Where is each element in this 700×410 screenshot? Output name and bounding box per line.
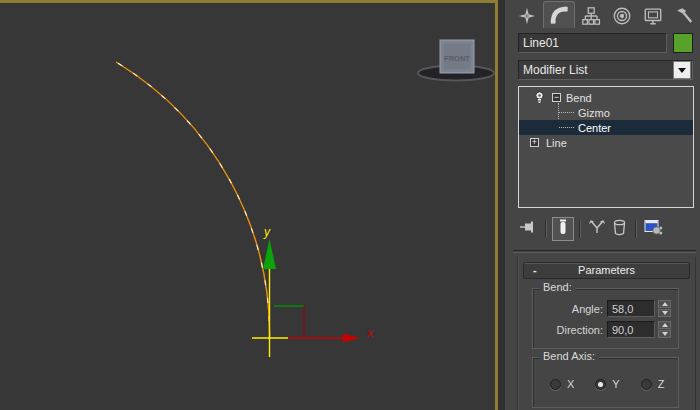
tree-stub — [559, 112, 574, 114]
angle-input[interactable] — [607, 300, 655, 317]
viewcube[interactable]: FRONT — [418, 40, 494, 81]
stack-item-label: Center — [578, 122, 611, 134]
move-gizmo[interactable]: x y — [252, 225, 374, 357]
rollout-title: Parameters — [578, 264, 635, 276]
modifier-list-label: Modifier List — [519, 63, 673, 77]
axis-x-label: X — [567, 378, 574, 390]
stack-toolbar — [518, 215, 694, 243]
tree-stub — [559, 127, 574, 129]
bent-spline[interactable] — [116, 62, 270, 339]
make-unique-button[interactable] — [586, 217, 608, 241]
object-name-row — [518, 33, 693, 53]
rollout-left-bracket — [517, 257, 519, 410]
tab-create[interactable] — [512, 4, 542, 28]
modify-icon — [549, 5, 569, 25]
bend-axis-group: Bend Axis: X Y Z — [532, 357, 679, 408]
chevron-down-icon — [678, 68, 686, 73]
gizmo-y-label: y — [263, 225, 271, 239]
spinner-down-button[interactable] — [658, 309, 671, 317]
stack-item-bend[interactable]: − Bend — [519, 90, 693, 105]
collapse-toggle-icon[interactable]: − — [552, 93, 561, 102]
radio-icon — [641, 379, 652, 390]
triangle-up-icon — [662, 323, 668, 327]
configure-modifier-sets-button[interactable] — [642, 217, 664, 241]
bend-group-label: Bend: — [539, 281, 576, 293]
toolbar-separator — [545, 220, 547, 238]
radio-icon — [595, 379, 606, 390]
viewport-canvas: x y FRONT — [0, 3, 495, 410]
bend-axis-group-label: Bend Axis: — [539, 350, 599, 362]
stack-item-center[interactable]: Center — [519, 120, 693, 135]
configure-sets-icon — [644, 219, 663, 240]
stack-item-gizmo[interactable]: Gizmo — [519, 105, 693, 120]
gizmo-y-arrowhead[interactable] — [263, 239, 276, 269]
axis-y-radio[interactable]: Y — [595, 378, 619, 390]
radio-icon — [550, 379, 561, 390]
panel-divider[interactable] — [498, 0, 505, 410]
gizmo-x-arrowhead[interactable] — [343, 334, 360, 343]
dropdown-arrow-button[interactable] — [673, 61, 691, 79]
stack-item-label: Gizmo — [578, 107, 610, 119]
viewcube-face-label: FRONT — [444, 54, 470, 63]
spinner-up-button[interactable] — [658, 321, 671, 329]
angle-label: Angle: — [572, 303, 603, 315]
direction-label: Direction: — [557, 324, 603, 336]
stack-item-line[interactable]: + Line — [519, 135, 693, 150]
pin-stack-button[interactable] — [518, 217, 540, 241]
collapse-icon: - — [533, 263, 537, 278]
tab-display[interactable] — [638, 4, 668, 28]
angle-row: Angle: — [572, 300, 671, 317]
spinner-up-button[interactable] — [658, 300, 671, 308]
tab-motion[interactable] — [607, 4, 637, 28]
rollout-separator — [513, 250, 696, 253]
show-end-result-button[interactable] — [552, 217, 574, 241]
object-color-swatch[interactable] — [673, 33, 693, 53]
axis-z-label: Z — [658, 378, 665, 390]
expand-toggle-icon[interactable]: + — [530, 138, 539, 147]
create-icon — [517, 6, 537, 26]
gizmo-x-axis[interactable]: x — [288, 326, 374, 343]
viewport-front[interactable]: x y FRONT — [0, 0, 498, 410]
rollout-right-bracket — [695, 257, 696, 410]
object-name-input[interactable] — [518, 33, 667, 53]
direction-input[interactable] — [607, 321, 655, 338]
lightbulb-icon[interactable] — [534, 91, 545, 104]
motion-icon — [612, 6, 632, 26]
tab-utilities[interactable] — [669, 4, 699, 28]
display-icon — [643, 6, 663, 26]
bend-axis-options: X Y Z — [550, 378, 664, 390]
command-panel: Modifier List − Bend Gizmo Center + Line — [505, 0, 700, 410]
direction-spinner — [658, 321, 671, 338]
stack-item-label: Bend — [566, 92, 592, 104]
gizmo-x-label: x — [366, 326, 374, 340]
axis-y-label: Y — [612, 378, 619, 390]
spinner-down-button[interactable] — [658, 330, 671, 338]
modifier-stack: − Bend Gizmo Center + Line — [518, 86, 694, 208]
triangle-up-icon — [662, 302, 668, 306]
toolbar-separator — [579, 220, 581, 238]
make-unique-icon — [588, 219, 606, 240]
triangle-down-icon — [662, 332, 668, 336]
hierarchy-icon — [581, 6, 601, 26]
tab-hierarchy[interactable] — [576, 4, 606, 28]
modifier-list-dropdown[interactable]: Modifier List — [518, 60, 693, 80]
stack-item-label: Line — [546, 137, 567, 149]
trash-icon — [612, 219, 627, 240]
remove-modifier-button[interactable] — [608, 217, 630, 241]
toolbar-separator — [635, 220, 637, 238]
axis-z-radio[interactable]: Z — [641, 378, 665, 390]
utilities-icon — [674, 6, 694, 26]
triangle-down-icon — [662, 311, 668, 315]
direction-row: Direction: — [557, 321, 671, 338]
bend-group: Bend: Angle: Direction: — [532, 288, 679, 349]
show-end-result-icon — [557, 218, 569, 240]
angle-spinner — [658, 300, 671, 317]
axis-x-radio[interactable]: X — [550, 378, 574, 390]
pin-icon — [519, 219, 539, 239]
command-panel-tabs — [512, 2, 699, 28]
parameters-rollout-header[interactable]: - Parameters — [523, 262, 690, 279]
tab-modify[interactable] — [543, 1, 575, 28]
